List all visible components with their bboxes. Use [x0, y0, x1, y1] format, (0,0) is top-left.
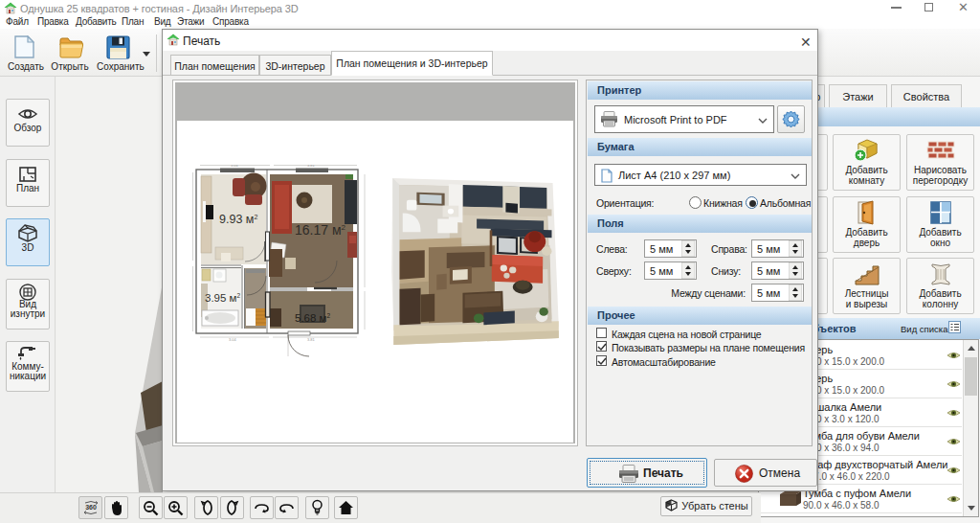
- svg-text:3.81: 3.81: [307, 337, 316, 342]
- svg-text:3.95 м2: 3.95 м2: [205, 292, 240, 304]
- svg-text:3.04: 3.04: [231, 165, 239, 168]
- svg-text:16.17 м2: 16.17 м2: [295, 222, 346, 238]
- svg-text:3.04: 3.04: [229, 337, 237, 342]
- svg-text:9.93 м2: 9.93 м2: [219, 213, 257, 226]
- svg-text:360: 360: [85, 504, 97, 511]
- svg-text:5.68 м2: 5.68 м2: [295, 312, 330, 324]
- svg-text:3.81: 3.81: [307, 165, 316, 168]
